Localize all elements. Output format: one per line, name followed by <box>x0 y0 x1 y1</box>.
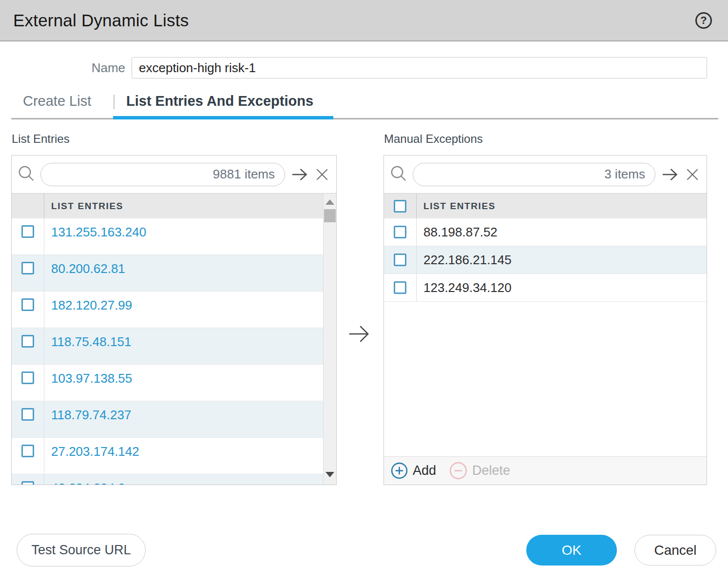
table-row[interactable]: 222.186.21.145 <box>384 246 707 274</box>
name-field-row: Name <box>11 57 713 78</box>
list-entries-search-input[interactable] <box>50 168 213 181</box>
list-entries-panel: 9881 items LIST ENTRIES 131.255. <box>11 155 337 485</box>
column-header-list-entries: LIST ENTRIES <box>44 201 123 212</box>
scroll-up-arrow-icon[interactable] <box>326 199 334 205</box>
list-entry-link[interactable]: 27.203.174.142 <box>44 438 323 474</box>
add-button[interactable]: Add <box>390 462 436 480</box>
table-row[interactable]: 118.79.74.237 <box>12 401 323 438</box>
row-checkbox[interactable] <box>21 262 34 274</box>
tab-separator <box>114 95 115 109</box>
exceptions-toolbar: Add Delete <box>384 456 707 485</box>
search-box: 3 items <box>413 163 655 186</box>
cancel-button[interactable]: Cancel <box>634 535 716 566</box>
table-row[interactable]: 131.255.163.240 <box>12 218 323 255</box>
row-checkbox[interactable] <box>394 254 406 266</box>
list-entry-link[interactable]: 80.200.62.81 <box>44 255 323 291</box>
help-button[interactable]: ? <box>695 12 712 29</box>
external-dynamic-lists-dialog: External Dynamic Lists ? Name Create Lis… <box>0 0 728 585</box>
table-row[interactable]: 80.200.62.81 <box>12 255 323 292</box>
dialog-titlebar: External Dynamic Lists ? <box>0 0 728 41</box>
arrow-right-icon <box>661 165 679 184</box>
apply-filter-button[interactable] <box>290 165 309 184</box>
row-checkbox[interactable] <box>21 408 34 421</box>
exception-entry: 123.249.34.120 <box>417 280 707 295</box>
scroll-down-arrow-icon[interactable] <box>326 472 334 477</box>
plus-circle-icon <box>390 462 408 480</box>
header-checkbox-column <box>12 194 44 218</box>
move-to-exceptions-arrow-icon <box>347 323 371 345</box>
manual-exceptions-table: 88.198.87.52 222.186.21.145 123.249.34.1… <box>384 218 707 302</box>
name-label: Name <box>11 60 132 76</box>
table-row[interactable]: 27.203.174.142 <box>12 438 323 474</box>
question-mark-icon: ? <box>700 14 707 27</box>
page-title: External Dynamic Lists <box>13 11 189 30</box>
items-count-badge: 9881 items <box>213 167 275 182</box>
list-entries-table: 131.255.163.240 80.200.62.81 182.120.27.… <box>12 218 323 485</box>
row-checkbox[interactable] <box>21 481 34 485</box>
list-entry-link[interactable]: 182.120.27.99 <box>44 292 323 328</box>
search-box: 9881 items <box>40 163 285 186</box>
row-checkbox[interactable] <box>394 226 406 238</box>
arrow-right-icon <box>290 165 309 184</box>
manual-exceptions-search-input[interactable] <box>422 168 604 181</box>
manual-exceptions-section-title: Manual Exceptions <box>384 132 483 146</box>
table-row[interactable]: 182.120.27.99 <box>12 292 323 328</box>
list-entries-search-row: 9881 items <box>12 156 336 193</box>
scrollbar-thumb[interactable] <box>324 209 336 222</box>
row-checkbox[interactable] <box>21 225 34 238</box>
table-row[interactable]: 42.234.234.0 <box>12 474 323 485</box>
list-entry-link[interactable]: 131.255.163.240 <box>44 218 323 254</box>
list-entry-link[interactable]: 42.234.234.0 <box>44 474 323 485</box>
select-all-checkbox[interactable] <box>394 200 406 213</box>
list-entry-link[interactable]: 118.79.74.237 <box>44 401 323 437</box>
tab-create-list[interactable]: Create List <box>23 93 91 109</box>
list-entries-section-title: List Entries <box>12 132 70 146</box>
delete-button[interactable]: Delete <box>449 461 510 480</box>
minus-circle-icon <box>449 461 468 480</box>
table-row[interactable]: 103.97.138.55 <box>12 365 323 401</box>
manual-exceptions-search-row: 3 items <box>384 156 707 193</box>
manual-exceptions-panel: 3 items LIST ENTRIES <box>383 155 707 485</box>
column-header-list-entries: LIST ENTRIES <box>417 201 496 212</box>
tab-bar: Create List List Entries And Exceptions <box>11 91 718 119</box>
table-header: LIST ENTRIES <box>12 193 323 218</box>
add-button-label: Add <box>413 463 436 478</box>
x-icon <box>685 167 700 182</box>
name-input[interactable] <box>132 57 707 78</box>
search-icon <box>390 165 407 184</box>
table-row[interactable]: 123.249.34.120 <box>384 274 707 302</box>
row-checkbox[interactable] <box>394 281 406 294</box>
exception-entry: 222.186.21.145 <box>417 253 707 268</box>
clear-filter-button[interactable] <box>314 167 330 182</box>
row-checkbox[interactable] <box>21 371 34 384</box>
list-entry-link[interactable]: 118.75.48.151 <box>44 328 323 364</box>
apply-filter-button[interactable] <box>661 165 679 184</box>
table-header: LIST ENTRIES <box>384 193 707 218</box>
x-icon <box>314 167 330 182</box>
items-count-badge: 3 items <box>604 167 645 182</box>
clear-filter-button[interactable] <box>685 167 700 182</box>
row-checkbox[interactable] <box>21 298 34 311</box>
delete-button-label: Delete <box>472 463 510 478</box>
search-icon <box>18 165 35 184</box>
list-entry-link[interactable]: 103.97.138.55 <box>44 365 323 401</box>
active-tab-indicator <box>113 116 333 119</box>
exception-entry: 88.198.87.52 <box>417 225 707 240</box>
test-source-url-button[interactable]: Test Source URL <box>17 534 146 566</box>
vertical-scrollbar[interactable] <box>323 193 336 485</box>
row-checkbox[interactable] <box>21 335 34 348</box>
row-checkbox[interactable] <box>21 445 34 457</box>
table-row[interactable]: 88.198.87.52 <box>384 218 707 246</box>
table-row[interactable]: 118.75.48.151 <box>12 328 323 365</box>
tab-list-entries-and-exceptions[interactable]: List Entries And Exceptions <box>126 93 313 109</box>
ok-button[interactable]: OK <box>526 535 617 566</box>
